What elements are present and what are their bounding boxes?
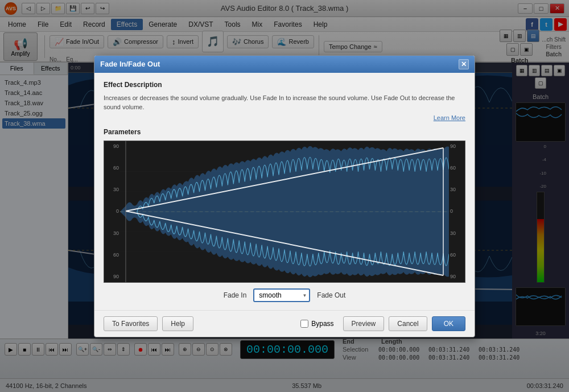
fade-type-select[interactable]: smooth linear exponential logarithmic: [253, 288, 310, 302]
params-title: Parameters: [104, 128, 465, 136]
modal-title: Fade In/Fade Out: [100, 60, 160, 68]
to-favorites-btn[interactable]: To Favorites: [104, 316, 158, 331]
modal-waveform: 9060300306090 9060300306090: [104, 141, 465, 283]
bypass-wrap: Bypass: [300, 320, 333, 328]
cancel-btn[interactable]: Cancel: [389, 316, 427, 331]
bypass-checkbox[interactable]: [300, 320, 308, 328]
preview-btn[interactable]: Preview: [343, 316, 385, 331]
waveform-svg: [120, 141, 449, 282]
ok-btn[interactable]: OK: [432, 316, 465, 331]
bypass-label: Bypass: [311, 320, 333, 328]
help-btn[interactable]: Help: [162, 316, 193, 331]
modal-close-btn[interactable]: ✕: [459, 59, 469, 69]
fade-modal: Fade In/Fade Out ✕ Effect Description In…: [94, 55, 475, 337]
fade-out-label: Fade Out: [317, 291, 345, 299]
fade-type-select-wrap: smooth linear exponential logarithmic: [253, 288, 310, 302]
modal-header: Fade In/Fade Out ✕: [94, 56, 475, 73]
modal-footer: To Favorites Help Bypass Preview Cancel …: [94, 310, 475, 337]
modal-body: Effect Description Increases or decrease…: [94, 73, 475, 310]
effect-desc-title: Effect Description: [104, 81, 465, 89]
fade-in-label: Fade In: [224, 291, 247, 299]
learn-more-link[interactable]: Learn More: [104, 114, 465, 121]
params-section: Parameters 9060300306090 9060300306090: [104, 128, 465, 302]
modal-overlay: Fade In/Fade Out ✕ Effect Description In…: [0, 0, 569, 392]
effect-description: Increases or decreases the sound volume …: [104, 93, 465, 112]
fade-controls: Fade In smooth linear exponential logari…: [104, 288, 465, 302]
